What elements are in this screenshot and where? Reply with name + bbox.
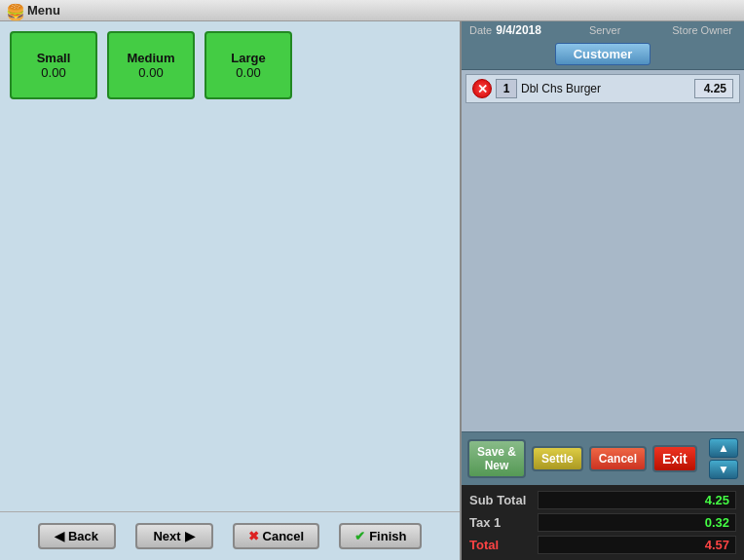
server-label: Server <box>589 24 620 36</box>
total-row: Total 4.57 <box>469 534 736 556</box>
total-label: Total <box>469 538 538 552</box>
small-label: Small <box>37 51 71 65</box>
header-top: Date 9/4/2018 Server Store Owner <box>462 21 744 39</box>
large-label: Large <box>231 51 265 65</box>
store-section: Store Owner <box>672 24 736 36</box>
next-label: Next <box>153 529 180 543</box>
back-label: Back <box>68 529 98 543</box>
action-buttons: Save & New Settle Cancel Exit ▲ ▼ <box>462 431 744 485</box>
save-new-button[interactable]: Save & New <box>467 439 526 479</box>
scroll-down-button[interactable]: ▼ <box>709 460 738 479</box>
medium-label: Medium <box>127 51 174 65</box>
item-name: Dbl Chs Burger <box>521 82 690 95</box>
item-price: 4.25 <box>694 79 733 98</box>
settle-button[interactable]: Settle <box>532 446 583 471</box>
cancel-nav-label: Cancel <box>263 529 305 543</box>
medium-button[interactable]: Medium 0.00 <box>107 31 195 99</box>
main-layout: Small 0.00 Medium 0.00 Large 0.00 ◀ Back… <box>0 21 744 560</box>
order-item: ✕ 1 Dbl Chs Burger 4.25 <box>465 74 740 103</box>
app-title: Menu <box>27 3 60 18</box>
right-panel: Date 9/4/2018 Server Store Owner Custome… <box>462 21 744 560</box>
date-label: Date <box>469 24 492 36</box>
scroll-up-button[interactable]: ▲ <box>709 438 738 458</box>
date-section: Date 9/4/2018 <box>469 23 541 37</box>
subtotal-value: 4.25 <box>538 491 736 509</box>
customer-button[interactable]: Customer <box>555 43 651 65</box>
scroll-arrows: ▲ ▼ <box>709 438 738 479</box>
tax1-row: Tax 1 0.32 <box>469 511 736 534</box>
subtotal-label: Sub Total <box>469 493 538 507</box>
date-value: 9/4/2018 <box>496 23 541 37</box>
subtotal-row: Sub Total 4.25 <box>469 489 736 511</box>
next-arrow-icon: ▶ <box>185 529 195 543</box>
exit-button[interactable]: Exit <box>652 445 697 472</box>
remove-item-button[interactable]: ✕ <box>472 79 492 98</box>
small-value: 0.00 <box>41 65 65 80</box>
total-value: 4.57 <box>538 536 736 554</box>
tax1-value: 0.32 <box>538 513 736 532</box>
large-button[interactable]: Large 0.00 <box>205 31 292 99</box>
finish-check-icon: ✔ <box>354 529 365 543</box>
app-icon: 🍔 <box>6 3 21 19</box>
cancel-nav-button[interactable]: ✖ Cancel <box>233 523 320 549</box>
next-button[interactable]: Next ▶ <box>135 523 213 549</box>
item-qty: 1 <box>496 79 517 98</box>
tax1-label: Tax 1 <box>469 515 538 530</box>
back-arrow-icon: ◀ <box>55 529 64 543</box>
customer-btn-row: Customer <box>462 39 744 70</box>
small-button[interactable]: Small 0.00 <box>10 31 97 99</box>
totals-area: Sub Total 4.25 Tax 1 0.32 Total 4.57 <box>462 485 744 560</box>
server-section: Server <box>589 24 624 36</box>
order-list: ✕ 1 Dbl Chs Burger 4.25 <box>462 70 744 431</box>
large-value: 0.00 <box>236 65 260 80</box>
finish-button[interactable]: ✔ Finish <box>339 523 422 549</box>
cancel-x-icon: ✖ <box>248 529 259 543</box>
back-button[interactable]: ◀ Back <box>38 523 116 549</box>
cancel-order-button[interactable]: Cancel <box>589 446 647 471</box>
left-panel: Small 0.00 Medium 0.00 Large 0.00 ◀ Back… <box>0 21 462 560</box>
medium-value: 0.00 <box>138 65 163 80</box>
finish-label: Finish <box>369 529 406 543</box>
title-bar: 🍔 Menu <box>0 0 744 21</box>
bottom-nav: ◀ Back Next ▶ ✖ Cancel ✔ Finish <box>0 511 460 560</box>
store-label: Store Owner <box>672 24 732 36</box>
menu-area: Small 0.00 Medium 0.00 Large 0.00 <box>0 21 460 511</box>
